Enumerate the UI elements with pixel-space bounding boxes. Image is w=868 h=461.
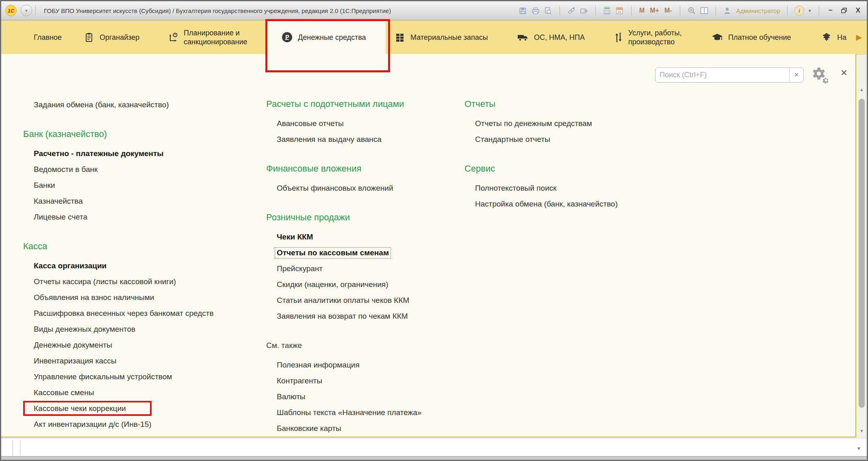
- menu-item[interactable]: Виды денежных документов: [23, 321, 259, 337]
- separator: [819, 6, 819, 15]
- scroll-up-icon[interactable]: ▲: [857, 85, 866, 94]
- save-icon[interactable]: [519, 6, 527, 15]
- menu-item[interactable]: Заявления на выдачу аванса: [266, 131, 457, 147]
- ruble-icon: Р: [282, 32, 293, 43]
- menu-section: См. такжеПолезная информацияКонтрагентыВ…: [266, 337, 457, 436]
- tab-материальные-запасы[interactable]: Материальные запасы: [395, 20, 488, 54]
- menu-item[interactable]: Инвентаризация кассы: [23, 353, 259, 369]
- window-list-caret-icon[interactable]: ▼: [857, 439, 861, 458]
- menu-item[interactable]: Отчеты по денежным средствам: [464, 115, 692, 131]
- section-header: Розничные продажи: [266, 209, 457, 225]
- menu-item[interactable]: Настройка обмена (банк, казначейство): [464, 196, 692, 212]
- tab-label: Платное обучение: [728, 33, 791, 42]
- app-window: 1С ▼ ГОБУ ВПО Университет искусств (Субс…: [0, 0, 868, 461]
- menu-item[interactable]: Кассовые чеки коррекции: [23, 400, 259, 416]
- menu-item[interactable]: Кассовые смены: [23, 385, 259, 400]
- taskbar-separator: [13, 440, 13, 456]
- search-clear-button[interactable]: ×: [789, 68, 803, 82]
- menu-item[interactable]: Расшифровка внесенных через банкомат сре…: [23, 305, 259, 321]
- tab-планирование-и-санкционирование[interactable]: Планирование и санкционирование: [168, 20, 256, 54]
- menu-section: КассаКасса организацииОтчеты кассира (ли…: [23, 238, 259, 432]
- calculator-icon[interactable]: [603, 6, 612, 15]
- memory-button[interactable]: M: [638, 7, 645, 14]
- menu-item[interactable]: Лицевые счета: [23, 209, 259, 225]
- menu-item[interactable]: Валюты: [266, 389, 457, 404]
- calendar-icon[interactable]: 31: [615, 6, 624, 15]
- panel-close-button[interactable]: ×: [837, 65, 851, 81]
- menu-item[interactable]: Акт инвентаризации д/с (Инв-15): [23, 416, 259, 432]
- menu-item[interactable]: Авансовые отчеты: [266, 115, 457, 131]
- menu-item[interactable]: Денежные документы: [23, 337, 259, 353]
- print-preview-icon[interactable]: [544, 6, 553, 15]
- tab-главное[interactable]: Главное: [34, 20, 62, 54]
- tab-label: Материальные запасы: [410, 33, 488, 42]
- go-to-link-icon[interactable]: [579, 6, 588, 15]
- print-icon[interactable]: [531, 6, 540, 15]
- tab-денежные-средства[interactable]: РДенежные средства: [266, 20, 386, 54]
- minimize-button[interactable]: −: [826, 7, 835, 15]
- main-menu-dropdown-button[interactable]: ▼: [21, 5, 32, 16]
- memory-minus-button[interactable]: M-: [664, 7, 673, 14]
- section-header: Банк (казначейство): [23, 126, 259, 142]
- menu-item[interactable]: Казначейства: [23, 193, 259, 209]
- tab-label: На: [837, 33, 846, 42]
- tab-на[interactable]: На: [821, 20, 853, 54]
- separator: [35, 6, 36, 15]
- menu-item[interactable]: Расчетно - платежные документы: [23, 146, 259, 161]
- current-user-label[interactable]: Администратор: [736, 7, 780, 14]
- menu-item[interactable]: Отчеты кассира (листы кассовой книги): [23, 274, 259, 289]
- menu-item[interactable]: Ведомости в банк: [23, 161, 259, 177]
- menu-item[interactable]: Задания обмена (банк, казначейство): [23, 97, 259, 113]
- truck-icon: [517, 33, 529, 42]
- menu-item[interactable]: Банковские карты: [266, 420, 457, 436]
- scrollbar-thumb[interactable]: [859, 99, 865, 408]
- tab-услуги-работы-производство[interactable]: Услуги, работы, производство: [614, 20, 701, 54]
- menu-item[interactable]: Управление фискальным устройством: [23, 369, 259, 385]
- caret-down-icon[interactable]: ▼: [808, 9, 812, 13]
- section-header: Расчеты с подотчетными лицами: [266, 96, 457, 112]
- menu-item[interactable]: Касса организации: [23, 258, 259, 274]
- tab-label: Планирование и санкционирование: [184, 28, 256, 46]
- tab-scroll-right-icon[interactable]: ▶: [856, 20, 862, 54]
- tab-label: Услуги, работы, производство: [628, 28, 701, 46]
- menu-item[interactable]: Шаблоны текста «Назначение платежа»: [266, 404, 457, 420]
- info-icon[interactable]: i: [794, 6, 804, 15]
- menu-section: Финансовые вложенияОбъекты финансовых вл…: [266, 161, 457, 196]
- separator: [716, 6, 716, 15]
- menu-item[interactable]: Скидки (наценки, ограничения): [266, 276, 457, 292]
- graduation-cap-icon: [712, 33, 723, 42]
- split-window-icon[interactable]: [700, 6, 709, 15]
- svg-text:Р: Р: [285, 34, 289, 40]
- scroll-down-icon[interactable]: ▼: [857, 426, 866, 435]
- menu-item[interactable]: Статьи аналитики оплаты чеков ККМ: [266, 292, 457, 308]
- menu-item[interactable]: Объекты финансовых вложений: [266, 180, 457, 196]
- title-bar: 1С ▼ ГОБУ ВПО Университет искусств (Субс…: [1, 1, 867, 20]
- tab-ос-нма-нпа[interactable]: ОС, НМА, НПА: [517, 20, 585, 54]
- menu-item[interactable]: Полезная информация: [266, 357, 457, 373]
- separator: [631, 6, 631, 15]
- vertical-scrollbar[interactable]: ▲ ▼: [857, 85, 866, 435]
- menu-item[interactable]: Полнотекстовый поиск: [464, 180, 692, 196]
- separator: [680, 6, 680, 15]
- menu-item[interactable]: Заявления на возврат по чекам ККМ: [266, 308, 457, 324]
- menu-item[interactable]: Стандартные отчеты: [464, 131, 692, 147]
- tab-органайзер[interactable]: Органайзер: [84, 20, 139, 54]
- tab-платное-обучение[interactable]: Платное обучение: [712, 20, 791, 54]
- separator: [787, 6, 788, 15]
- restore-button[interactable]: [839, 8, 850, 13]
- memory-plus-button[interactable]: M+: [649, 7, 660, 14]
- settings-gears-icon[interactable]: [810, 66, 829, 84]
- menu-item[interactable]: Контрагенты: [266, 373, 457, 389]
- menu-item[interactable]: Банки: [23, 177, 259, 193]
- section-header: Отчеты: [464, 96, 692, 112]
- menu-item[interactable]: Отчеты по кассовым сменам: [266, 245, 457, 261]
- close-button[interactable]: X: [853, 7, 863, 15]
- link-icon[interactable]: [567, 6, 576, 15]
- menu-item[interactable]: Прейскурант: [266, 261, 457, 276]
- svg-text:31: 31: [618, 10, 621, 14]
- menu-item[interactable]: Объявления на взнос наличными: [23, 289, 259, 305]
- zoom-in-icon[interactable]: [687, 6, 696, 15]
- menu-item[interactable]: Чеки ККМ: [266, 229, 457, 245]
- search-input[interactable]: [655, 68, 789, 82]
- section-header: Касса: [23, 238, 259, 254]
